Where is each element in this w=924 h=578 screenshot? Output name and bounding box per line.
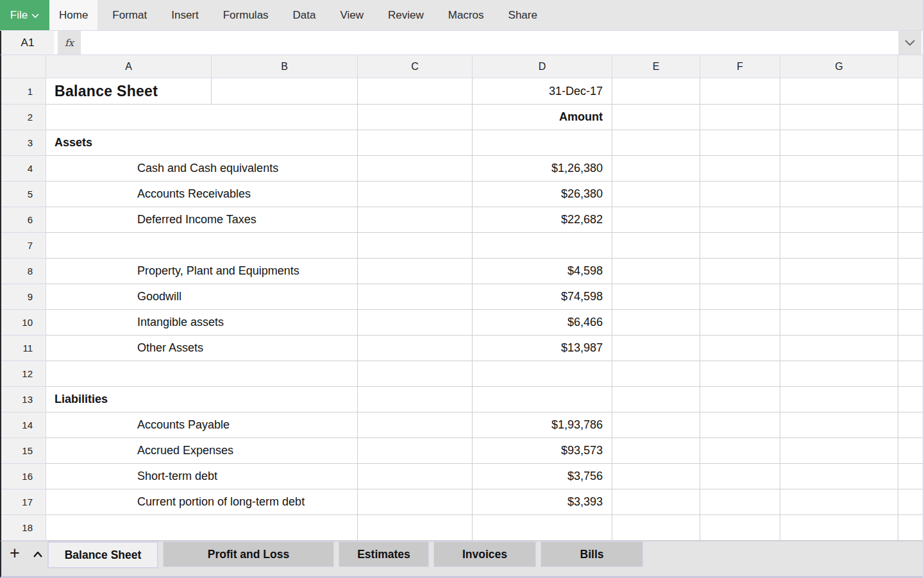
cell-H14[interactable]: [898, 412, 923, 438]
cell-G13[interactable]: [780, 387, 898, 412]
menu-item-review[interactable]: Review: [378, 0, 433, 30]
cell-E1[interactable]: [612, 78, 700, 105]
row-header-16[interactable]: 16: [1, 464, 46, 489]
cell-C18[interactable]: [358, 515, 473, 541]
cell-F15[interactable]: [700, 438, 780, 464]
row-header-13[interactable]: 13: [1, 387, 46, 412]
cell-D12[interactable]: [473, 361, 612, 387]
cell-A12[interactable]: [46, 361, 358, 387]
sheet-tab-invoices[interactable]: Invoices: [433, 541, 536, 567]
row-header-7[interactable]: 7: [1, 233, 46, 259]
cell-E9[interactable]: [612, 284, 700, 310]
cell-E6[interactable]: [612, 207, 700, 233]
cell-H5[interactable]: [898, 182, 923, 207]
cell-D9[interactable]: $74,598: [473, 284, 612, 310]
cell-G16[interactable]: [780, 464, 898, 489]
cell-F6[interactable]: [700, 207, 780, 233]
cell-D8[interactable]: $4,598: [473, 259, 612, 284]
cell-C8[interactable]: [358, 259, 473, 284]
cell-G12[interactable]: [780, 361, 898, 387]
cell-D14[interactable]: $1,93,786: [473, 412, 612, 438]
cell-A6[interactable]: Deferred Income Taxes: [46, 207, 358, 233]
row-header-15[interactable]: 15: [1, 438, 46, 464]
menu-item-insert[interactable]: Insert: [162, 0, 208, 30]
row-header-11[interactable]: 11: [1, 336, 46, 361]
add-sheet-button[interactable]: +: [1, 541, 28, 567]
cell-F11[interactable]: [700, 336, 780, 361]
column-header-d[interactable]: D: [473, 55, 612, 78]
column-header-b[interactable]: B: [212, 55, 358, 78]
cell-A4[interactable]: Cash and Cash equivalents: [46, 156, 358, 182]
row-header-18[interactable]: 18: [1, 515, 46, 541]
cell-F5[interactable]: [700, 182, 780, 207]
cell-C5[interactable]: [358, 182, 473, 207]
cell-B1[interactable]: [212, 78, 358, 105]
cell-C6[interactable]: [358, 207, 473, 233]
cell-A18[interactable]: [46, 515, 358, 541]
cell-D3[interactable]: [473, 130, 612, 156]
file-menu-button[interactable]: File: [0, 0, 49, 30]
formula-input[interactable]: [81, 31, 898, 55]
sheet-tab-bills[interactable]: Bills: [541, 541, 643, 567]
cell-C12[interactable]: [358, 361, 473, 387]
cell-H1[interactable]: [898, 78, 923, 105]
cell-G2[interactable]: [780, 105, 898, 130]
cell-F17[interactable]: [700, 489, 780, 515]
cell-F2[interactable]: [700, 105, 780, 130]
cell-F14[interactable]: [700, 412, 780, 438]
cell-C10[interactable]: [358, 310, 473, 336]
cell-H6[interactable]: [898, 207, 923, 233]
select-all-corner[interactable]: [1, 55, 46, 78]
cell-D11[interactable]: $13,987: [473, 336, 612, 361]
cell-A13[interactable]: Liabilities: [46, 387, 358, 412]
cell-D16[interactable]: $3,756: [473, 464, 612, 489]
cell-H17[interactable]: [898, 489, 923, 515]
cell-F8[interactable]: [700, 259, 780, 284]
cell-H13[interactable]: [898, 387, 923, 412]
cell-E13[interactable]: [612, 387, 700, 412]
cell-E10[interactable]: [612, 310, 700, 336]
cell-E18[interactable]: [612, 515, 700, 541]
cell-H2[interactable]: [898, 105, 923, 130]
cell-D5[interactable]: $26,380: [473, 182, 612, 207]
cell-C2[interactable]: [358, 105, 473, 130]
cell-E4[interactable]: [612, 156, 700, 182]
cell-G6[interactable]: [780, 207, 898, 233]
cell-F4[interactable]: [700, 156, 780, 182]
cell-A2[interactable]: [46, 105, 358, 130]
sheet-tab-balance-sheet[interactable]: Balance Sheet: [47, 541, 158, 568]
cell-F13[interactable]: [700, 387, 780, 412]
cell-G17[interactable]: [780, 489, 898, 515]
column-header-f[interactable]: F: [700, 55, 780, 78]
cell-E16[interactable]: [612, 464, 700, 489]
cell-G5[interactable]: [780, 182, 898, 207]
cell-G9[interactable]: [780, 284, 898, 310]
cell-F9[interactable]: [700, 284, 780, 310]
cell-A5[interactable]: Accounts Receivables: [46, 182, 358, 207]
cell-G18[interactable]: [780, 515, 898, 541]
cell-C7[interactable]: [358, 233, 473, 259]
cell-A14[interactable]: Accounts Payable: [46, 412, 358, 438]
row-header-2[interactable]: 2: [1, 105, 46, 130]
cell-A1[interactable]: Balance Sheet: [46, 78, 212, 105]
cell-G14[interactable]: [780, 412, 898, 438]
cell-C9[interactable]: [358, 284, 473, 310]
cell-D15[interactable]: $93,573: [473, 438, 612, 464]
cell-D13[interactable]: [473, 387, 612, 412]
cell-F10[interactable]: [700, 310, 780, 336]
cell-D10[interactable]: $6,466: [473, 310, 612, 336]
cell-G7[interactable]: [780, 233, 898, 259]
cell-F7[interactable]: [700, 233, 780, 259]
cell-E3[interactable]: [612, 130, 700, 156]
menu-item-share[interactable]: Share: [499, 0, 547, 30]
cell-C16[interactable]: [358, 464, 473, 489]
column-header-g[interactable]: G: [780, 55, 898, 78]
column-header-a[interactable]: A: [46, 55, 212, 78]
cell-H4[interactable]: [898, 156, 923, 182]
formula-bar-expand-chevron-icon[interactable]: [898, 31, 921, 55]
cell-F12[interactable]: [700, 361, 780, 387]
cell-A7[interactable]: [46, 233, 358, 259]
cell-D17[interactable]: $3,393: [473, 489, 612, 515]
cell-C3[interactable]: [358, 130, 473, 156]
cell-D18[interactable]: [473, 515, 612, 541]
